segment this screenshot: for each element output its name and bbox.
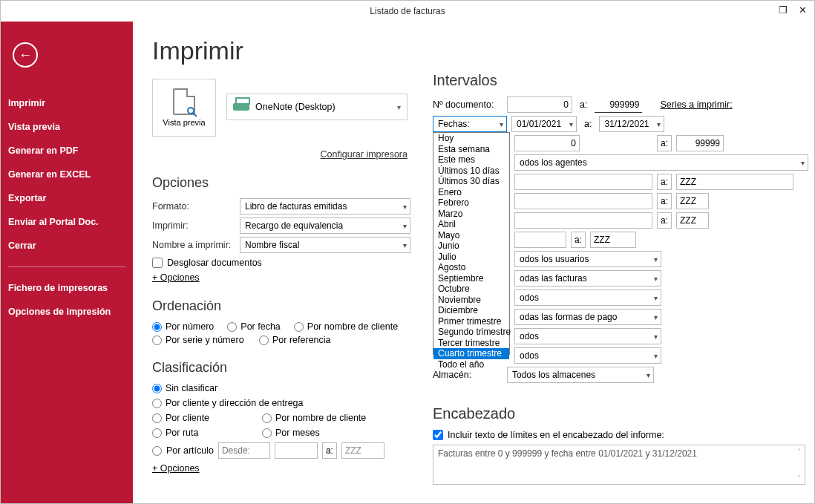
class-radio-clientaddr[interactable]	[152, 399, 162, 408]
ordering-radio-date[interactable]	[227, 322, 237, 332]
date-to-picker[interactable]: 31/12/2021	[599, 116, 664, 132]
row6-from-input[interactable]	[514, 193, 652, 209]
doc-to-input[interactable]	[595, 96, 642, 113]
filter1-combo[interactable]: odos	[514, 289, 661, 306]
class-option-none[interactable]: Sin clasificar	[152, 383, 249, 393]
dates-option[interactable]: Todo el año	[433, 359, 509, 370]
class-radio-client[interactable]	[152, 413, 162, 423]
name-combo[interactable]: Nombre fiscal	[240, 237, 410, 253]
ordering-option-reference[interactable]: Por referencia	[259, 335, 331, 345]
dates-option[interactable]: Diciembre	[433, 305, 509, 316]
dates-option[interactable]: Marzo	[433, 209, 509, 220]
dates-option[interactable]: Primer trimestre	[433, 316, 509, 327]
sidebar-item-print[interactable]: Imprimir	[1, 91, 133, 115]
dates-option[interactable]: Mayo	[433, 230, 509, 241]
row3-from-input[interactable]	[514, 135, 580, 151]
class-option-client[interactable]: Por cliente	[152, 413, 249, 423]
classification-more-link[interactable]: + Opciones	[152, 463, 200, 474]
sidebar-item-print-options[interactable]: Opciones de impresión	[1, 300, 133, 324]
ordering-radio-serial[interactable]	[152, 336, 162, 345]
doc-from-input[interactable]	[507, 96, 572, 113]
dates-option[interactable]: Febrero	[433, 197, 509, 209]
dates-option[interactable]: Este mes	[433, 154, 509, 166]
invoices-combo[interactable]: odas las facturas	[514, 270, 661, 287]
dates-option[interactable]: Últimos 10 días	[433, 166, 509, 177]
filter2-combo[interactable]: odos	[514, 328, 661, 344]
sidebar-item-portal[interactable]: Enviar al Portal Doc.	[1, 210, 133, 234]
sidebar-item-excel[interactable]: Generar en EXCEL	[1, 163, 133, 186]
sidebar-item-pdf[interactable]: Generar en PDF	[1, 139, 133, 163]
printer-select[interactable]: OneNote (Desktop) ▾	[226, 94, 408, 120]
class-radio-months[interactable]	[262, 428, 272, 438]
dates-dropdown[interactable]: HoyEsta semanaEste mesÚltimos 10 díasÚlt…	[433, 132, 510, 355]
dates-option[interactable]: Tercer trimestre	[433, 338, 509, 349]
class-radio-article[interactable]	[152, 446, 162, 456]
window-close-button[interactable]: ✕	[793, 2, 811, 17]
preview-button[interactable]: Vista previa	[152, 79, 216, 137]
row6-to-input[interactable]	[676, 193, 709, 209]
dates-option[interactable]: Cuarto trimestre	[433, 348, 509, 359]
series-link[interactable]: Series a imprimir:	[660, 99, 732, 110]
ordering-option-serial[interactable]: Por serie y número	[152, 335, 246, 345]
ordering-option-clientname[interactable]: Por nombre de cliente	[294, 321, 398, 332]
sidebar-item-printers-file[interactable]: Fichero de impresoras	[1, 276, 133, 300]
breakdown-checkbox[interactable]: Desglosar documentos	[152, 258, 412, 268]
class-from-value[interactable]	[275, 442, 318, 459]
dates-option[interactable]: Esta semana	[433, 144, 509, 155]
row3-to-input[interactable]	[676, 135, 724, 151]
dates-option[interactable]: Segundo trimestre	[433, 327, 509, 338]
dates-option[interactable]: Hoy	[433, 133, 509, 144]
sidebar-item-preview[interactable]: Vista previa	[1, 115, 133, 139]
row5-to-input[interactable]	[676, 174, 793, 190]
row5-from-input[interactable]	[514, 174, 652, 190]
row7-to-input[interactable]	[676, 212, 709, 229]
ordering-radio-clientname[interactable]	[294, 322, 304, 332]
dates-option[interactable]: Agosto	[433, 262, 509, 273]
class-from-input[interactable]	[218, 442, 270, 459]
ordering-option-number[interactable]: Por número	[152, 321, 214, 332]
dates-option[interactable]: Septiembre	[433, 273, 509, 284]
class-radio-clientname[interactable]	[262, 413, 272, 423]
dates-option[interactable]: Julio	[433, 252, 509, 263]
filter3-combo[interactable]: odos	[514, 347, 661, 364]
payments-combo[interactable]: odas las formas de pago	[514, 309, 661, 325]
users-combo[interactable]: odos los usuarios	[514, 251, 661, 267]
print-combo[interactable]: Recargo de equivalencia	[240, 217, 410, 234]
back-button[interactable]: ←	[13, 42, 38, 68]
row8-from-input[interactable]	[514, 232, 566, 248]
class-radio-route[interactable]	[152, 428, 162, 438]
class-option-clientaddr[interactable]: Por cliente y dirección de entrega	[152, 398, 304, 408]
format-combo[interactable]: Libro de facturas emitidas	[240, 198, 410, 215]
dates-option[interactable]: Noviembre	[433, 295, 509, 306]
agents-combo[interactable]: odos los agentes	[514, 154, 808, 171]
class-to-input[interactable]	[341, 442, 384, 459]
dates-option[interactable]: Enero	[433, 187, 509, 198]
ordering-radio-reference[interactable]	[259, 336, 269, 345]
configure-printer-link[interactable]: Configurar impresora	[321, 149, 408, 160]
dates-option[interactable]: Junio	[433, 240, 509, 252]
warehouse-combo[interactable]: Todos los almacenes	[507, 367, 654, 383]
ordering-radio-number[interactable]	[152, 322, 162, 332]
breakdown-checkbox-input[interactable]	[152, 258, 163, 268]
class-option-article[interactable]: Por artículo a:	[152, 442, 384, 459]
sidebar-item-close[interactable]: Cerrar	[1, 234, 133, 258]
date-from-picker[interactable]: 01/01/2021	[511, 116, 577, 132]
class-option-months[interactable]: Por meses	[262, 428, 320, 438]
scroll-up-arrow[interactable]: ˄	[793, 445, 805, 457]
dates-combo[interactable]: Fechas:	[433, 116, 507, 132]
sidebar-item-export[interactable]: Exportar	[1, 186, 133, 210]
class-option-clientname[interactable]: Por nombre de cliente	[262, 413, 366, 423]
header-checkbox-input[interactable]	[433, 430, 443, 440]
row7-from-input[interactable]	[514, 212, 652, 229]
header-checkbox[interactable]: Incluir texto de límites en el encabezad…	[433, 430, 808, 440]
header-text-area[interactable]: Facturas entre 0 y 999999 y fecha entre …	[433, 445, 805, 485]
class-radio-none[interactable]	[152, 384, 162, 393]
dates-option[interactable]: Octubre	[433, 284, 509, 295]
ordering-option-date[interactable]: Por fecha	[227, 321, 281, 332]
row8-to-input[interactable]	[590, 232, 636, 248]
dates-option[interactable]: Últimos 30 días	[433, 176, 509, 187]
class-option-route[interactable]: Por ruta	[152, 428, 249, 438]
options-more-link[interactable]: + Opciones	[152, 272, 200, 283]
scroll-down-arrow[interactable]: ˅	[793, 472, 805, 484]
window-restore-button[interactable]: ❐	[774, 2, 792, 17]
